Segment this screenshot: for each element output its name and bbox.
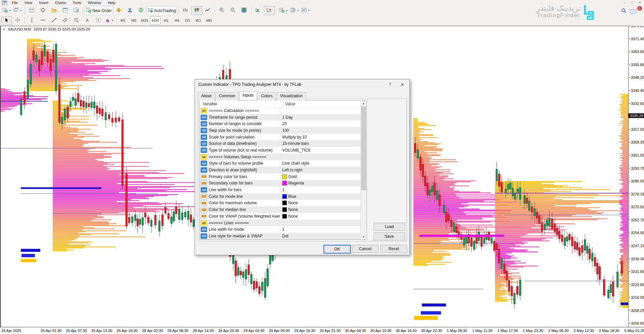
- crosshair-button[interactable]: [12, 16, 23, 25]
- param-row[interactable]: Color for median lineNone: [200, 206, 361, 213]
- param-value[interactable]: 100: [280, 127, 361, 134]
- candle-chart-button[interactable]: [191, 6, 202, 15]
- reset-button[interactable]: Reset: [381, 245, 407, 253]
- tab-inputs[interactable]: Inputs: [239, 92, 257, 100]
- navigator-button[interactable]: [48, 6, 59, 15]
- param-row[interactable]: Secondary color for barsMagenta: [200, 180, 361, 187]
- param-value[interactable]: Blue: [280, 193, 361, 200]
- param-row[interactable]: Primary color for barsGold: [200, 173, 361, 180]
- timeframe-h1-button[interactable]: H1: [161, 16, 171, 24]
- periods-button[interactable]: ▾: [289, 6, 300, 15]
- indicators-dropdown-icon[interactable]: ▾: [286, 9, 287, 12]
- param-value[interactable]: None: [280, 206, 361, 213]
- time-axis[interactable]: 24 Apr 202525 Apr 01:3025 Apr 07:3025 Ap…: [0, 327, 644, 334]
- trendline-button[interactable]: [48, 16, 59, 25]
- timeframe-d1-button[interactable]: D1: [182, 16, 193, 24]
- param-row[interactable]: 123Timeframe for range period1 Day: [200, 114, 361, 121]
- param-row[interactable]: 123Scale for point calculationMultiply b…: [200, 134, 361, 141]
- param-row[interactable]: ab====== Calculation ======: [200, 107, 361, 114]
- scrollbar-thumb[interactable]: [361, 106, 366, 190]
- chart-shift-button[interactable]: [264, 6, 275, 15]
- arrows-button[interactable]: ▾: [104, 16, 115, 25]
- param-value[interactable]: Dot: [280, 233, 361, 239]
- param-row[interactable]: 123Line width for mode1: [200, 226, 361, 233]
- tab-common[interactable]: Common: [215, 92, 239, 101]
- param-value[interactable]: Multiply by 10: [280, 134, 361, 141]
- param-value[interactable]: VOLUME_TICK: [280, 147, 361, 154]
- tab-about[interactable]: About: [198, 92, 215, 101]
- market-watch-button[interactable]: [26, 6, 37, 15]
- new-chart-button[interactable]: ▾: [1, 6, 12, 15]
- param-value[interactable]: 15-minute bars: [280, 140, 361, 147]
- new-order-button[interactable]: New Order: [85, 6, 113, 15]
- scroll-down-icon[interactable]: ▼: [361, 234, 366, 239]
- zoom-in-button[interactable]: [216, 6, 228, 15]
- timeframe-h4-button[interactable]: H4: [171, 16, 182, 24]
- param-value[interactable]: Left to right: [280, 167, 361, 173]
- new-chart-dropdown-icon[interactable]: ▾: [9, 9, 10, 12]
- price-axis[interactable]: 3379.253371.453363.653355.853348.203340.…: [628, 26, 644, 327]
- ok-button[interactable]: OK: [324, 245, 351, 254]
- bar-chart-button[interactable]: [180, 6, 191, 15]
- param-value[interactable]: None: [280, 200, 361, 207]
- terminal-button[interactable]: [59, 6, 70, 15]
- restore-window-icon[interactable]: □: [631, 1, 633, 4]
- menu-window[interactable]: Window: [85, 0, 104, 5]
- param-row[interactable]: 123Direction to draw (right/left)Left to…: [200, 167, 361, 173]
- table-scrollbar[interactable]: ▲ ▼: [360, 101, 366, 239]
- profiles-dropdown-icon[interactable]: ▾: [20, 9, 21, 12]
- symbol-dropdown-icon[interactable]: ▼: [3, 28, 5, 31]
- param-value[interactable]: Gold: [280, 173, 361, 180]
- param-row[interactable]: 123Step size for mode (in points)100: [200, 127, 361, 134]
- load-button[interactable]: Load: [374, 223, 405, 231]
- scroll-up-icon[interactable]: ▲: [361, 101, 366, 106]
- menu-insert[interactable]: Insert: [36, 0, 52, 5]
- minimize-window-icon[interactable]: –: [624, 1, 626, 4]
- templates-button[interactable]: ▾: [300, 6, 311, 15]
- notification-badge[interactable]: 1: [637, 6, 642, 11]
- menu-charts[interactable]: Charts: [52, 0, 69, 5]
- param-row[interactable]: ab====== Volumes Setup ======: [200, 154, 361, 160]
- periods-dropdown-icon[interactable]: ▾: [297, 9, 298, 12]
- search-icon[interactable]: [621, 8, 627, 15]
- save-button[interactable]: Save: [374, 232, 405, 240]
- chat-icon[interactable]: [630, 9, 637, 16]
- tile-windows-button[interactable]: [239, 6, 250, 15]
- menu-tools[interactable]: Tools: [69, 0, 85, 5]
- timeframe-m5-button[interactable]: M5: [129, 16, 139, 24]
- equidistant-channel-button[interactable]: [59, 16, 70, 25]
- param-row[interactable]: Color for VWAP (Volume Weighted Averag..…: [200, 213, 361, 220]
- param-value[interactable]: [280, 107, 361, 114]
- zoom-out-button[interactable]: [228, 6, 239, 15]
- param-value[interactable]: [280, 154, 361, 160]
- line-chart-button[interactable]: [202, 6, 213, 15]
- param-value[interactable]: 20: [280, 120, 361, 127]
- vertical-line-button[interactable]: [26, 16, 37, 25]
- param-value[interactable]: None: [280, 213, 361, 220]
- horizontal-line-button[interactable]: [37, 16, 48, 25]
- tab-visualization[interactable]: Visualization: [277, 92, 306, 101]
- dialog-close-button[interactable]: ✕: [396, 79, 409, 90]
- indicators-button[interactable]: ▾: [278, 6, 289, 15]
- timeframe-m15-button[interactable]: M15: [139, 16, 150, 24]
- profiles-button[interactable]: ▾: [12, 6, 23, 15]
- param-row[interactable]: 123Number of ranges to consider20: [200, 120, 361, 127]
- param-row[interactable]: 123Type of volume (tick or real volume)V…: [200, 147, 361, 154]
- timeframe-m30-button[interactable]: M30: [150, 16, 161, 24]
- data-window-button[interactable]: [37, 6, 48, 15]
- cancel-button[interactable]: Cancel: [352, 245, 379, 253]
- menu-view[interactable]: View: [21, 0, 36, 5]
- param-row[interactable]: 123Line style for median & VWAPDot: [200, 233, 361, 239]
- param-row[interactable]: ab====== Lines ======: [200, 220, 361, 226]
- param-row[interactable]: Color for mode lineBlue: [200, 193, 361, 200]
- param-value[interactable]: Magenta: [280, 180, 361, 187]
- menu-file[interactable]: File: [8, 0, 21, 5]
- param-value[interactable]: [280, 220, 361, 226]
- param-row[interactable]: Color for maximum volumeNone: [200, 200, 361, 207]
- dialog-help-button[interactable]: ?: [384, 79, 396, 90]
- close-window-icon[interactable]: ✕: [639, 1, 641, 4]
- arrows-dropdown-icon[interactable]: ▾: [112, 19, 113, 22]
- text-button[interactable]: A: [82, 16, 93, 25]
- resize-grip[interactable]: ⋰: [405, 251, 409, 254]
- timeframe-m1-button[interactable]: M1: [118, 16, 129, 24]
